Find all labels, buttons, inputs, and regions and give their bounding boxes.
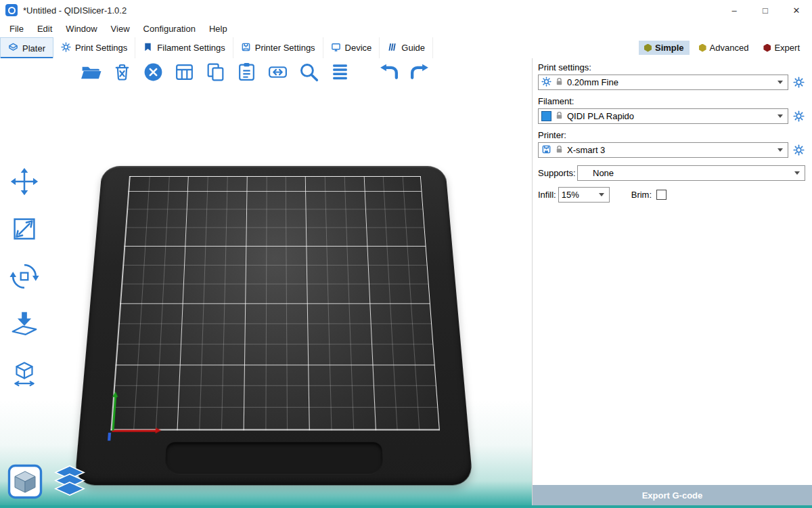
tab-label: Plater [22, 43, 45, 54]
window-title: *Untitled - QIDISlicer-1.0.2 [23, 5, 127, 16]
menu-help[interactable]: Help [202, 20, 234, 37]
printer-icon [541, 144, 551, 156]
view-toggle [7, 463, 88, 500]
tab-label: Filament Settings [157, 43, 225, 53]
printer-combo[interactable]: X-smart 3 [538, 142, 788, 158]
measure-icon[interactable] [8, 355, 41, 387]
filament-value: QIDI PLA Rapido [567, 111, 634, 121]
3d-viewport[interactable] [0, 58, 532, 508]
paste-icon[interactable] [234, 60, 259, 85]
device-monitor-icon [331, 42, 341, 54]
supports-label: Supports: [538, 168, 577, 178]
supports-combo[interactable]: None [577, 165, 805, 181]
supports-row: Supports: None [538, 165, 805, 181]
tab-guide[interactable]: Guide [380, 37, 433, 58]
printer-icon [241, 42, 251, 54]
filament-combo[interactable]: QIDI PLA Rapido [538, 108, 788, 124]
arrange-icon[interactable] [172, 60, 197, 85]
plater-bed-icon [8, 42, 18, 54]
filament-spool-icon [143, 42, 153, 54]
open-file-icon[interactable] [78, 60, 104, 85]
tab-label: Device [345, 43, 372, 53]
filament-gear-button[interactable] [792, 110, 805, 123]
lock-icon [555, 77, 564, 88]
chevron-down-icon[interactable] [794, 171, 800, 175]
menu-window[interactable]: Window [59, 20, 104, 37]
chevron-down-icon[interactable] [777, 81, 783, 84]
tab-print-settings[interactable]: Print Settings [53, 37, 135, 58]
chevron-down-icon[interactable] [599, 193, 604, 196]
print-settings-combo[interactable]: 0.20mm Fine [538, 75, 788, 90]
viewport-bottom-gradient [0, 505, 812, 508]
infill-combo[interactable]: 15% [558, 187, 610, 203]
printer-gear-button[interactable] [792, 144, 805, 156]
menu-bar: File Edit Window View Configuration Help [0, 20, 812, 37]
menu-edit[interactable]: Edit [30, 20, 59, 37]
3d-editor-view-icon[interactable] [7, 463, 43, 500]
printer-value: X-smart 3 [567, 145, 605, 155]
print-bed [74, 166, 473, 485]
maximize-button[interactable]: □ [750, 0, 781, 20]
menu-view[interactable]: View [104, 20, 137, 37]
print-settings-value: 0.20mm Fine [567, 77, 618, 87]
close-button[interactable]: ✕ [781, 0, 812, 20]
settings-sidebar: Print settings: 0.20mm Fine Filament: QI… [532, 58, 812, 508]
rotate-icon[interactable] [8, 260, 41, 293]
lock-icon [555, 111, 564, 122]
print-settings-row: 0.20mm Fine [538, 75, 805, 90]
mode-simple[interactable]: Simple [639, 41, 690, 55]
mode-label: Expert [774, 43, 800, 53]
delete-icon[interactable] [110, 60, 135, 85]
tab-label: Guide [401, 43, 425, 53]
gear-icon [61, 42, 71, 54]
z-axis-indicator [108, 433, 111, 441]
filament-color-swatch [541, 111, 551, 121]
mode-label: Simple [655, 43, 684, 53]
preview-layers-icon[interactable] [51, 463, 88, 500]
variable-layer-height-icon[interactable] [328, 60, 353, 85]
lock-icon [555, 145, 564, 156]
place-on-face-icon[interactable] [8, 308, 41, 340]
menu-file[interactable]: File [3, 20, 30, 37]
tab-label: Print Settings [75, 43, 127, 53]
mode-label: Advanced [710, 43, 749, 53]
brim-label: Brim: [631, 190, 652, 200]
guide-columns-icon [387, 42, 397, 54]
filament-label: Filament: [538, 96, 805, 106]
minimize-button[interactable]: – [719, 0, 750, 20]
chevron-down-icon[interactable] [777, 148, 783, 152]
delete-all-icon[interactable] [141, 60, 166, 85]
tab-plater[interactable]: Plater [0, 37, 53, 58]
scale-icon[interactable] [8, 213, 41, 245]
move-icon[interactable] [8, 165, 41, 198]
split-objects-icon[interactable] [265, 60, 290, 85]
infill-label: Infill: [538, 190, 556, 200]
app-logo-icon [5, 4, 18, 16]
mode-advanced[interactable]: Advanced [694, 41, 754, 55]
menu-configuration[interactable]: Configuration [137, 20, 202, 37]
brim-checkbox[interactable] [656, 190, 667, 200]
undo-icon[interactable] [376, 60, 401, 85]
export-gcode-button[interactable]: Export G-code [533, 485, 812, 505]
tab-device[interactable]: Device [323, 37, 380, 58]
gear-icon [541, 77, 551, 89]
gizmo-toolbar [8, 165, 41, 387]
print-settings-gear-button[interactable] [792, 76, 805, 89]
tab-printer-settings[interactable]: Printer Settings [233, 37, 323, 58]
copy-icon[interactable] [203, 60, 228, 85]
search-icon[interactable] [296, 60, 321, 85]
plater-toolbar [78, 60, 432, 85]
chevron-down-icon[interactable] [777, 114, 783, 118]
redo-icon[interactable] [407, 60, 432, 85]
supports-value: None [593, 168, 614, 178]
advanced-mode-icon [699, 44, 706, 52]
mode-expert[interactable]: Expert [758, 41, 805, 55]
mode-selector: Simple Advanced Expert [639, 37, 812, 58]
tab-filament-settings[interactable]: Filament Settings [135, 37, 233, 58]
bed-plate-grid [110, 176, 440, 431]
printer-label: Printer: [538, 130, 805, 140]
tab-label: Printer Settings [255, 43, 315, 53]
app-window: *Untitled - QIDISlicer-1.0.2 – □ ✕ File … [0, 0, 812, 508]
bed-handle [164, 442, 383, 475]
window-controls: – □ ✕ [719, 0, 812, 20]
